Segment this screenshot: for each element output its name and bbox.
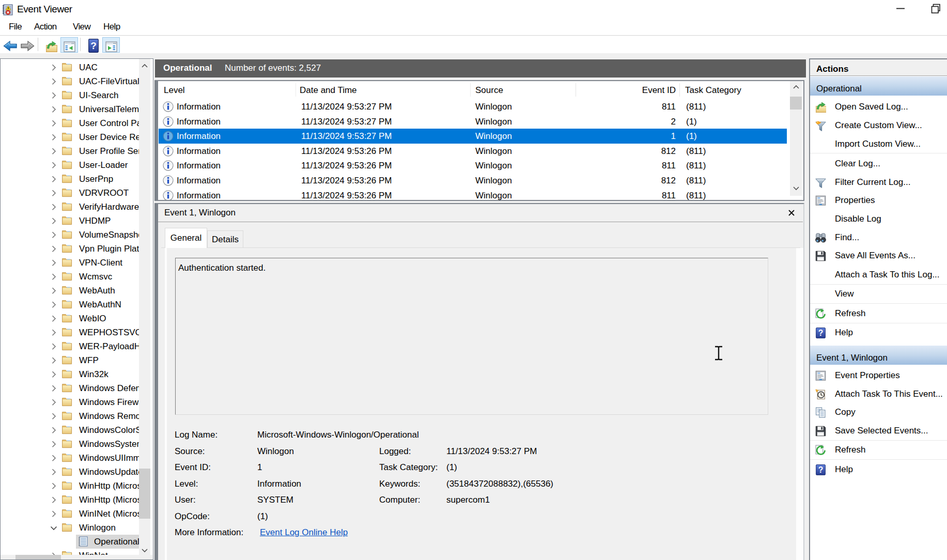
svg-text:?: ? <box>90 40 97 51</box>
